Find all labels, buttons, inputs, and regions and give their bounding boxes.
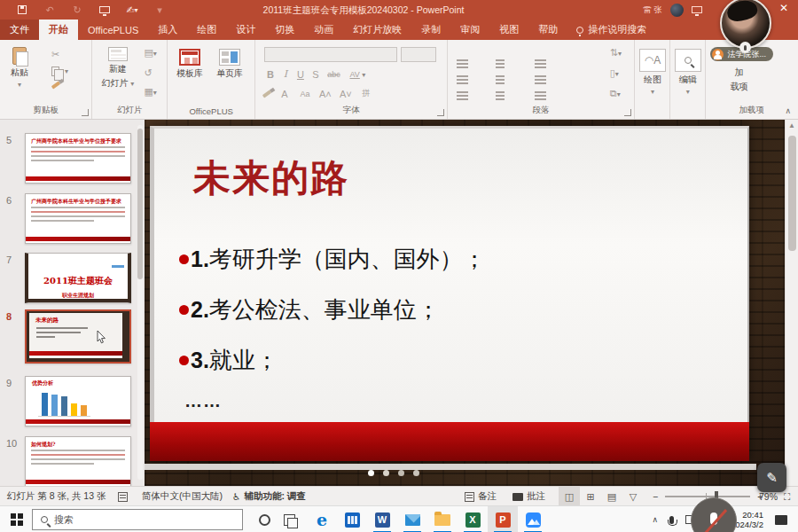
thumbnail-slide-5[interactable]: 5广州商学院本科生毕业与学位授予要求 xyxy=(0,133,145,184)
thumbnail-slide-6[interactable]: 6广州商学院本科生毕业与学位授予要求 xyxy=(0,193,145,244)
language-status[interactable]: 简体中文(中国大陆) xyxy=(142,487,223,506)
phonetic-guide-button[interactable]: 拼 xyxy=(358,88,373,99)
tray-mic-icon[interactable] xyxy=(669,516,674,524)
change-case-button[interactable]: Aa xyxy=(297,90,312,98)
comments-toggle[interactable]: 批注 xyxy=(512,487,545,506)
notification-center-icon[interactable] xyxy=(775,515,787,525)
paragraph-tool-icon[interactable] xyxy=(496,49,535,65)
tell-me-search[interactable]: 操作说明搜索 xyxy=(567,20,655,40)
font-size-combobox[interactable] xyxy=(401,47,436,62)
tab-切换[interactable]: 切换 xyxy=(265,20,304,40)
taskbar-app-meeting[interactable] xyxy=(518,506,548,532)
account-avatar[interactable] xyxy=(670,4,684,17)
touch-mode-icon[interactable]: ✍▾ xyxy=(126,4,138,16)
grow-font-button[interactable]: A˄ xyxy=(317,89,332,99)
display-settings-icon[interactable] xyxy=(692,6,702,13)
tab-动画[interactable]: 动画 xyxy=(304,20,343,40)
font-name-combobox[interactable] xyxy=(264,47,397,62)
taskbar-app-word[interactable]: W xyxy=(367,506,397,532)
paragraph-tool-icon[interactable] xyxy=(457,65,496,81)
draw-button[interactable]: ◠A 绘图▾ xyxy=(639,49,666,96)
clipboard-dialog-launcher[interactable] xyxy=(82,109,89,116)
template-library-button[interactable]: 模板库 xyxy=(176,49,203,80)
annotation-pen-button[interactable]: ✎ xyxy=(757,463,786,492)
thumbnail-slide-8[interactable]: 8未来的路 xyxy=(0,309,145,364)
normal-view-button[interactable]: ◫ xyxy=(559,487,580,506)
tab-帮助[interactable]: 帮助 xyxy=(528,20,567,40)
slideshow-from-start-icon[interactable] xyxy=(98,4,111,16)
slide-sorter-view-button[interactable]: ⊞ xyxy=(580,487,601,506)
paragraph-dialog-launcher[interactable] xyxy=(624,109,631,116)
taskbar-app-mail[interactable] xyxy=(397,506,427,532)
close-button[interactable]: ✕ xyxy=(777,2,791,14)
tab-视图[interactable]: 视图 xyxy=(489,20,528,40)
edit-button[interactable]: 编辑▾ xyxy=(675,49,701,96)
tab-幻灯片放映[interactable]: 幻灯片放映 xyxy=(343,20,411,40)
strikethrough-button[interactable]: abc xyxy=(323,70,344,79)
addins-button[interactable]: 加 载项 xyxy=(731,66,748,93)
taskbar-app-powerpoint[interactable]: P xyxy=(488,506,518,532)
font-color-button[interactable]: A xyxy=(277,89,292,99)
tab-录制[interactable]: 录制 xyxy=(411,20,450,40)
highlight-color-icon[interactable] xyxy=(262,90,271,98)
shrink-font-button[interactable]: A˅ xyxy=(338,89,353,99)
notes-toggle[interactable]: 备注 xyxy=(465,487,497,506)
taskbar-search-input[interactable]: 搜索 xyxy=(32,509,243,530)
accessibility-status[interactable]: ♿ 辅助功能: 调查 xyxy=(232,487,306,506)
tab-OfficePLUS[interactable]: OfficePLUS xyxy=(78,20,148,40)
paragraph-tool-icon[interactable] xyxy=(496,65,535,81)
copy-dropdown-icon[interactable]: ▾ xyxy=(65,67,68,75)
italic-button[interactable]: I xyxy=(278,68,293,80)
paragraph-tool-icon[interactable] xyxy=(457,49,496,65)
font-dialog-launcher[interactable] xyxy=(437,109,444,116)
thumbnail-slide-7[interactable]: 72011班主题班会职业生涯规划 xyxy=(0,253,145,303)
save-icon[interactable] xyxy=(16,4,28,16)
zoom-out-button[interactable]: − xyxy=(653,491,658,502)
tab-文件[interactable]: 文件 xyxy=(0,20,39,40)
format-painter-icon[interactable] xyxy=(51,81,60,89)
task-view-button[interactable] xyxy=(284,514,295,526)
new-slide-button[interactable]: 新建 幻灯片 ▾ xyxy=(101,47,134,90)
taskbar-app-calendar[interactable] xyxy=(337,506,367,532)
page-library-button[interactable]: 单页库 xyxy=(216,49,243,80)
thumbnail-slide-10[interactable]: 10如何规划? xyxy=(0,436,145,486)
slide-bullet[interactable]: 2.考公检法、事业单位； xyxy=(179,294,486,325)
paragraph-tool-icon[interactable] xyxy=(535,65,574,81)
hidden-icons-chevron[interactable]: ∧ xyxy=(652,515,658,524)
reading-view-button[interactable]: ▤ xyxy=(601,487,622,506)
underline-button[interactable]: U xyxy=(293,69,308,80)
canvas-scrollbar-thumb[interactable] xyxy=(788,136,796,251)
tab-设计[interactable]: 设计 xyxy=(226,20,265,40)
paste-button[interactable]: 粘贴▾ xyxy=(11,47,28,89)
tab-审阅[interactable]: 审阅 xyxy=(450,20,489,40)
slideshow-view-button[interactable]: ▽ xyxy=(622,487,644,506)
tab-开始[interactable]: 开始 xyxy=(39,20,78,40)
text-direction-icon[interactable]: ⇅▾ xyxy=(610,47,622,59)
thumbnail-slide-9[interactable]: 9优势分析 xyxy=(0,376,145,426)
layout-icon[interactable]: ▤▾ xyxy=(144,47,156,59)
slide-title-text[interactable]: 未来的路 xyxy=(193,153,349,203)
text-shadow-button[interactable]: S xyxy=(308,69,323,80)
reset-slide-icon[interactable]: ↺ xyxy=(144,67,156,78)
taskbar-app-explorer[interactable] xyxy=(427,506,458,532)
current-slide[interactable]: 未来的路 1.考研升学（国内、国外）；2.考公检法、事业单位；3.就业； …… xyxy=(150,126,749,461)
slide-ellipsis-text[interactable]: …… xyxy=(184,391,222,411)
customize-toolbar-icon[interactable]: ▾ xyxy=(153,4,166,16)
bold-button[interactable]: B xyxy=(262,69,278,80)
paragraph-tool-icon[interactable] xyxy=(496,81,535,97)
paragraph-tool-icon[interactable] xyxy=(535,49,574,65)
slide-body-text[interactable]: 1.考研升学（国内、国外）；2.考公检法、事业单位；3.就业； xyxy=(179,244,486,395)
taskbar-app-excel[interactable]: X xyxy=(458,506,488,532)
canvas-scrollbar[interactable]: ▲ xyxy=(785,120,798,486)
section-icon[interactable]: ▦▾ xyxy=(144,86,156,98)
cortana-button[interactable] xyxy=(259,514,270,526)
paragraph-tool-icon[interactable] xyxy=(457,81,496,97)
slide-bullet[interactable]: 3.就业； xyxy=(179,345,486,376)
tab-绘图[interactable]: 绘图 xyxy=(187,20,226,40)
slide-bullet[interactable]: 1.考研升学（国内、国外）； xyxy=(179,244,486,275)
start-button[interactable] xyxy=(11,513,23,526)
collapse-ribbon-icon[interactable]: ∧ xyxy=(785,106,791,115)
copy-icon[interactable] xyxy=(51,66,59,76)
character-spacing-button[interactable]: AV ▾ xyxy=(344,70,371,79)
align-text-icon[interactable]: ▯▾ xyxy=(610,67,622,80)
